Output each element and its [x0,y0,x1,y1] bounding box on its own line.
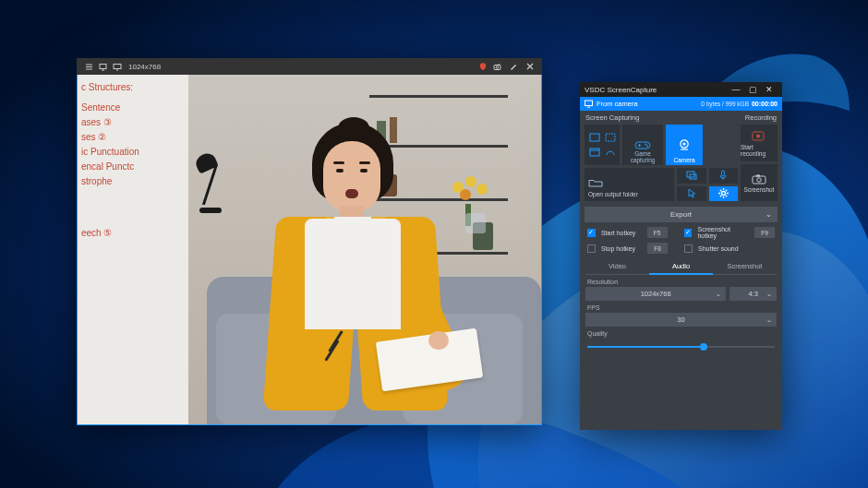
shutter-sound-label: Shutter sound [698,245,739,252]
tool-grid [677,168,738,201]
svg-rect-10 [635,142,650,149]
cursor-icon[interactable] [677,186,705,202]
overlay-icon[interactable] [677,168,705,184]
capture-region-buttons[interactable] [585,125,620,165]
chevron-down-icon: ⌄ [766,291,772,298]
svg-rect-9 [606,134,615,141]
svg-rect-23 [756,174,760,176]
av-tabs: Video Audio Screenshot [585,259,777,275]
start-hotkey-label: Start hotkey [601,230,642,236]
mic-icon[interactable] [709,168,738,184]
freeform-icon[interactable] [604,147,617,159]
svg-rect-1 [100,64,106,68]
settings-gear-button[interactable] [709,186,738,202]
brush-icon[interactable] [509,62,518,71]
screenshot-hotkey-key[interactable]: F9 [754,227,775,238]
tab-video[interactable]: Video [585,259,649,275]
camera-icon [752,173,766,184]
svg-rect-21 [753,176,766,184]
svg-rect-6 [585,101,593,106]
section-capture-label: Screen Capturing [580,111,740,125]
fps-select[interactable]: 30⌄ [585,313,777,327]
export-dropdown[interactable]: Export ⌄ [585,207,778,222]
svg-point-11 [645,144,647,146]
preview-titlebar[interactable]: 1024x768 [77,58,542,75]
camera-preview-viewport: c Structures: Sentence ases ③ ses ② ic P… [77,75,542,425]
resolution-label: Resolution [580,275,782,287]
source-tab[interactable]: From camera 0 bytes / 999 kGB 00:00:00 [580,97,782,111]
fps-label: FPS [580,301,782,313]
monitor-icon[interactable] [99,63,107,71]
gear-icon [717,187,729,199]
camera-mode-button[interactable]: Camera [666,125,703,165]
section-headers: Screen Capturing Recording [580,111,782,125]
gamepad-icon [634,139,651,150]
svg-point-14 [682,142,685,145]
display-icon[interactable] [113,63,122,71]
svg-point-18 [721,192,725,196]
webcam-icon [677,138,692,151]
svg-point-22 [757,177,761,181]
tab-audio[interactable]: Audio [649,259,713,275]
record-icon [752,130,766,142]
stop-hotkey-key[interactable]: F8 [647,243,668,254]
status-bytes: 0 bytes / 999 kGB [701,101,749,107]
stop-hotkey-label: Stop hotkey [601,245,642,252]
person-illustration [225,117,475,422]
open-output-folder-button[interactable]: Open output folder [585,168,674,201]
svg-rect-17 [722,171,725,176]
tab-screenshot[interactable]: Screenshot [713,259,777,275]
minimize-button[interactable]: — [728,85,744,94]
chevron-down-icon: ⌄ [766,316,772,324]
camera-small-icon[interactable] [493,63,503,71]
preview-resolution-label: 1024x768 [128,63,161,71]
start-hotkey-checkbox[interactable]: ✓ [587,229,596,237]
game-capturing-button[interactable]: Game capturing [622,125,663,165]
settings-title: VSDC ScreenCapture [585,86,657,94]
svg-point-4 [496,65,499,68]
close-button[interactable]: ✕ [761,85,778,94]
svg-rect-5 [499,64,500,65]
export-label: Export [670,210,692,219]
svg-rect-2 [114,64,121,68]
maximize-button[interactable]: ▢ [744,85,761,94]
whiteboard-illustration: c Structures: Sentence ases ③ ses ② ic P… [78,75,188,425]
aspect-select[interactable]: 4:3⌄ [729,287,777,301]
shutter-sound-checkbox[interactable] [684,244,693,253]
chevron-down-icon: ⌄ [716,291,721,298]
preview-close-icon[interactable] [526,63,534,70]
status-time: 00:00:00 [752,101,778,107]
quality-slider[interactable] [587,342,775,351]
start-recording-button[interactable]: Start recording [741,125,778,161]
start-hotkey-key[interactable]: F5 [647,227,668,238]
svg-rect-7 [590,134,599,141]
window-icon[interactable] [588,147,601,159]
monitor-icon [585,100,593,108]
settings-window: VSDC ScreenCapture — ▢ ✕ From camera 0 b… [580,82,782,430]
screenshot-button[interactable]: Screenshot [741,164,778,201]
shield-icon[interactable] [478,62,488,71]
fullscreen-icon[interactable] [588,132,601,144]
camera-preview-window: 1024x768 c Structures: Sentence ases ③ s… [77,58,542,425]
svg-point-12 [646,146,648,148]
chevron-down-icon: ⌄ [766,210,772,219]
resolution-select[interactable]: 1024x768⌄ [585,287,726,301]
source-tab-label: From camera [597,100,638,108]
stop-hotkey-checkbox[interactable] [587,244,596,253]
svg-rect-8 [590,149,599,156]
screenshot-hotkey-label: Screenshot hotkey [697,226,749,239]
section-record-label: Recording [740,111,782,125]
menu-icon[interactable] [85,63,93,71]
svg-point-20 [756,134,760,137]
settings-titlebar[interactable]: VSDC ScreenCapture — ▢ ✕ [580,82,782,97]
folder-icon [588,178,603,188]
quality-label: Quality [580,327,782,339]
screenshot-hotkey-checkbox[interactable]: ✓ [684,229,693,237]
area-icon[interactable] [604,132,617,144]
